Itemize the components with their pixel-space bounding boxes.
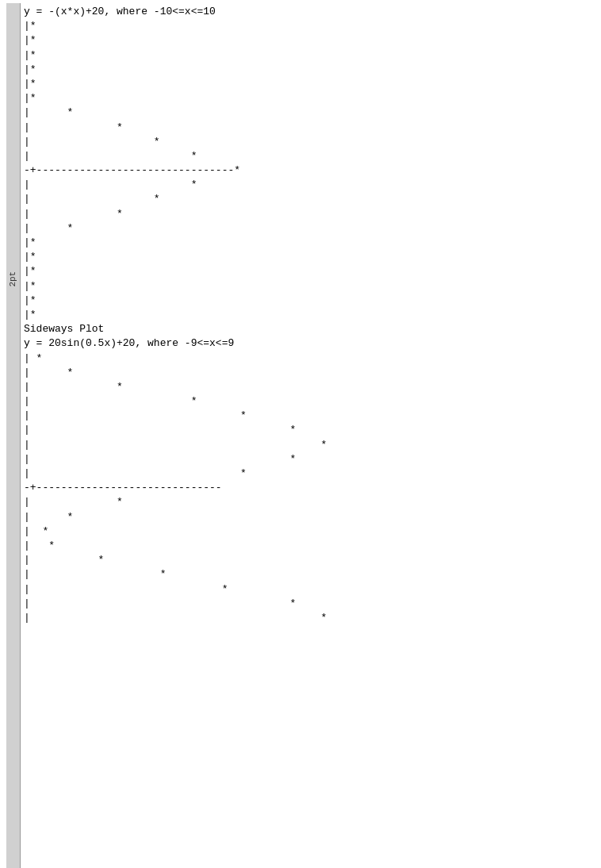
plot2-title: y = 20sin(0.5x)+20, where -9<=x<=9 xyxy=(24,336,601,351)
plot2-content: | * | * | * | * | * | * | * | xyxy=(24,351,601,626)
sidebar-label: 2pt xyxy=(7,271,19,287)
plot1-content: |* |* |* |* |* |* | * | * | * | * -+----… xyxy=(24,19,601,322)
plot1-title: y = -(x*x)+20, where -10<=x<=10 xyxy=(24,5,601,19)
sideways-label: Sideways Plot xyxy=(24,322,601,336)
content-area: y = -(x*x)+20, where -10<=x<=10 |* |* |*… xyxy=(24,3,601,625)
